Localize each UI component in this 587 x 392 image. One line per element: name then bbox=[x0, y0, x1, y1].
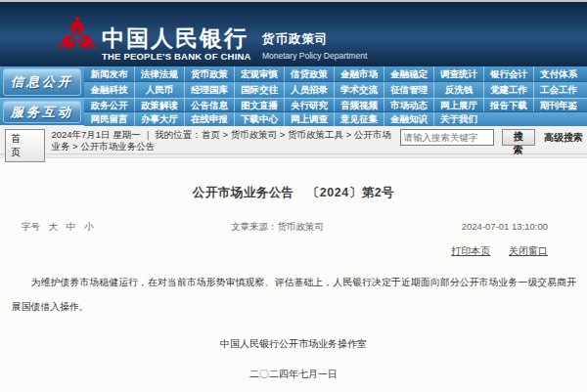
article-title: 公开市场业务公告 〔2024〕第2号 bbox=[0, 185, 587, 201]
search-input[interactable] bbox=[400, 129, 494, 146]
nav-item[interactable]: 政策解读 bbox=[134, 99, 184, 111]
nav-item[interactable]: 报告下载 bbox=[483, 99, 533, 111]
nav-section-service-interaction[interactable]: 服务互动 bbox=[3, 101, 81, 123]
nav-item[interactable]: 新闻发布 bbox=[84, 66, 134, 81]
crumb-separator: ｜ bbox=[143, 129, 152, 140]
nav-item[interactable]: 党建工作 bbox=[483, 82, 533, 98]
nav-item[interactable]: 宏观审慎 bbox=[234, 66, 284, 81]
bank-name-en: THE PEOPLE'S BANK OF CHINA bbox=[102, 51, 251, 62]
nav-item[interactable]: 国际交往 bbox=[234, 82, 284, 98]
nav-item[interactable]: 政务公开 bbox=[84, 99, 134, 111]
font-size-controls: 字号 大 中 小 bbox=[22, 221, 93, 234]
nav-item[interactable]: 办事大厅 bbox=[134, 112, 184, 126]
nav-item[interactable]: 学术交流 bbox=[334, 82, 384, 98]
nav-section-information-disclosure[interactable]: 信息公开 bbox=[3, 68, 81, 96]
location-label: 我的位置： bbox=[155, 129, 202, 140]
article-panel: 公开市场业务公告 〔2024〕第2号 字号 大 中 小 文章来源：货币政策司 2… bbox=[0, 157, 587, 392]
article-source: 文章来源：货币政策司 bbox=[231, 221, 324, 234]
nav-item[interactable]: 法律法规 bbox=[134, 66, 184, 81]
nav-item[interactable]: 金融市场 bbox=[334, 66, 384, 81]
article-datetime: 2024-07-01 13:10:00 bbox=[462, 221, 548, 234]
nav-item[interactable]: 公告信息 bbox=[184, 99, 234, 111]
nav-item[interactable]: 市场动态 bbox=[384, 99, 433, 111]
nav-item[interactable]: 网上展厅 bbox=[433, 99, 483, 111]
nav-item[interactable]: 网上调查 bbox=[284, 112, 334, 126]
nav-item[interactable]: 期刊年鉴 bbox=[533, 99, 583, 111]
nav-row: 新闻发布 法律法规 货币政策 宏观审慎 信贷政策 金融市场 金融稳定 调查统计 … bbox=[84, 66, 587, 82]
nav-item[interactable]: 央行研究 bbox=[284, 99, 334, 111]
nav-item[interactable]: 音频视频 bbox=[334, 99, 384, 111]
nav-item[interactable]: 工会工作 bbox=[533, 82, 583, 98]
department-name-en: Monetary Policy Department bbox=[262, 51, 367, 61]
nav-item[interactable]: 人员招录 bbox=[284, 82, 334, 98]
nav-item[interactable]: 信贷政策 bbox=[284, 66, 334, 81]
nav-item[interactable]: 图文直播 bbox=[234, 99, 284, 111]
nav-item[interactable]: 货币政策 bbox=[184, 66, 234, 81]
article-actions-top: 打印本页 关闭窗口 bbox=[0, 244, 587, 258]
article-meta: 字号 大 中 小 文章来源：货币政策司 2024-07-01 13:10:00 bbox=[22, 221, 548, 234]
font-size-large[interactable]: 大 bbox=[49, 221, 59, 232]
breadcrumb: 2024年7月1日 星期一 ｜ 我的位置：首页 > 货币政策司 > 货币政策工具… bbox=[51, 129, 399, 152]
nav-item[interactable]: 在线申报 bbox=[184, 112, 234, 126]
nav-item[interactable]: 银行会计 bbox=[483, 66, 533, 81]
article-signature: 中国人民银行公开市场业务操作室 bbox=[0, 337, 587, 351]
font-size-label: 字号 bbox=[22, 221, 40, 232]
font-size-medium[interactable]: 中 bbox=[67, 221, 76, 232]
search-button[interactable]: 搜索 bbox=[502, 129, 536, 146]
nav-item[interactable]: 支付体系 bbox=[533, 66, 583, 81]
nav-item[interactable]: 意见征集 bbox=[334, 112, 384, 126]
advanced-search-link[interactable]: 高级搜索 bbox=[544, 131, 583, 145]
bank-name-cn: 中国人民银行 bbox=[102, 26, 251, 50]
pboc-logo-icon bbox=[59, 15, 96, 58]
nav-item[interactable]: 金融知识 bbox=[384, 112, 433, 126]
site-header: 中国人民银行 THE PEOPLE'S BANK OF CHINA 货币政策司 … bbox=[0, 0, 587, 66]
font-size-small[interactable]: 小 bbox=[84, 221, 94, 232]
article-body: 为维护债券市场稳健运行，在对当前市场形势审慎观察、评估基础上，人民银行决定于近期… bbox=[12, 270, 576, 319]
close-window-link[interactable]: 关闭窗口 bbox=[509, 245, 548, 256]
current-date-text: 2024年7月1日 星期一 bbox=[51, 129, 140, 140]
nav-item[interactable]: 调查统计 bbox=[433, 66, 483, 81]
nav-item[interactable]: 关于我们 bbox=[433, 112, 483, 126]
nav-row: 网民留言 办事大厅 在线申报 下载中心 网上调查 意见征集 金融知识 关于我们 bbox=[84, 112, 587, 126]
article-date-cn: 二〇二四年七月一日 bbox=[0, 368, 587, 381]
source-value: 货币政策司 bbox=[278, 221, 325, 232]
nav-item[interactable]: 反洗钱 bbox=[433, 82, 483, 98]
home-button[interactable]: 首 页 bbox=[5, 129, 45, 162]
nav-item[interactable]: 征信管理 bbox=[384, 82, 433, 98]
nav-item[interactable]: 经理国库 bbox=[184, 82, 234, 98]
breadcrumb-bar: 首 页 2024年7月1日 星期一 ｜ 我的位置：首页 > 货币政策司 > 货币… bbox=[0, 125, 587, 154]
print-page-link[interactable]: 打印本页 bbox=[451, 245, 490, 256]
main-navigation: 信息公开 新闻发布 法律法规 货币政策 宏观审慎 信贷政策 金融市场 金融稳定 … bbox=[0, 66, 587, 125]
nav-item[interactable]: 网民留言 bbox=[84, 112, 134, 126]
nav-row: 金融科技 人民币 经理国库 国际交往 人员招录 学术交流 征信管理 反洗钱 党建… bbox=[84, 82, 587, 98]
nav-item[interactable]: 人民币 bbox=[134, 82, 184, 98]
department-name-cn: 货币政策司 bbox=[262, 31, 367, 48]
nav-row: 政务公开 政策解读 公告信息 图文直播 央行研究 音频视频 市场动态 网上展厅 … bbox=[84, 99, 587, 112]
nav-item[interactable]: 金融科技 bbox=[84, 82, 134, 98]
nav-item[interactable]: 金融稳定 bbox=[384, 66, 433, 81]
source-label: 文章来源： bbox=[231, 221, 278, 232]
nav-item[interactable]: 下载中心 bbox=[234, 112, 284, 126]
